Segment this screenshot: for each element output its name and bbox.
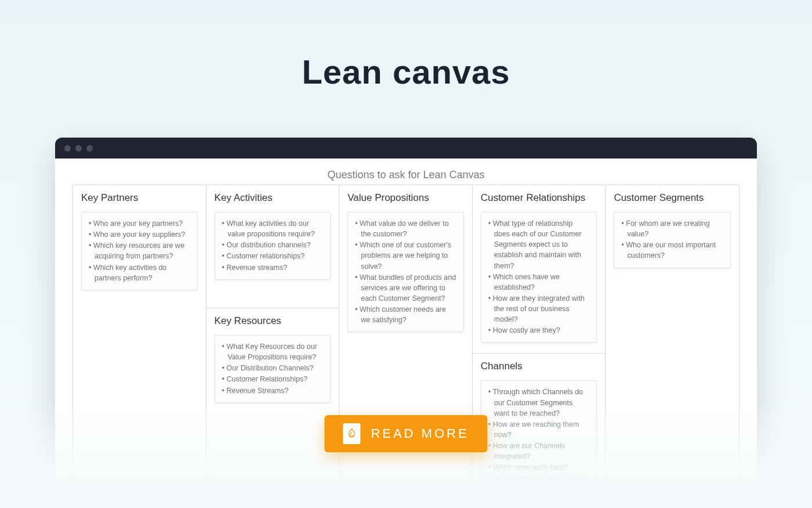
cell-title: Key Resources [215,315,331,327]
list-item: • For whom are we creating value? [621,218,723,239]
read-more-button[interactable]: READ MORE [324,415,487,452]
list-item: • Which ones have we established? [488,272,590,293]
note-key-partners: • Who are your key partners?• Who are yo… [81,212,198,290]
cell-title: Key Partners [81,192,198,204]
list-item: • Our distribution channels? [222,240,324,250]
list-item: • How are our Channels integrated? [488,441,590,462]
read-more-label: READ MORE [371,426,469,441]
list-item: • How are they integrated with the rest … [488,293,590,325]
cell-title: Customer Segments [614,192,731,204]
list-item: • Revenue Streams? [222,385,324,396]
list-item: • Who are our most important customers? [621,240,723,261]
list-item: • Customer relationships? [222,251,324,261]
cell-customer-relationships: Customer Relationships • What type of re… [473,185,606,354]
list-item: • Which ones are most cost-efficient? [488,473,590,494]
list-item: • How are we integrating them with custo… [488,495,590,508]
list-item: • How are we reaching them now? [488,419,590,440]
cell-title: Channels [481,361,597,372]
cell-title: Value Propositions [347,192,464,204]
note-key-resources: • What Key Resources do our Value Propos… [215,335,331,403]
list-item: • Which key resources are we acquiring f… [89,240,190,261]
list-item: • Which key activities do partners perfo… [89,262,190,283]
list-item: • Which ones work best? [488,462,590,473]
cell-key-activities: Key Activities • What key activities do … [206,185,339,308]
window-minimize-dot[interactable] [75,145,82,152]
list-item: • Which one of our customer's problems a… [355,240,456,271]
cell-key-partners: Key Partners • Who are your key partners… [73,185,206,301]
cell-channels: Channels • Through which Channels do our… [473,354,606,508]
note-channels: • Through which Channels do our Customer… [481,380,597,508]
list-item: • What type of relationship does each of… [488,218,590,271]
list-item: • Who are your key partners? [89,218,190,229]
list-item: • How costly are they? [488,325,590,336]
window-maximize-dot[interactable] [86,145,93,152]
list-item: • Which customer needs are we satisfying… [355,304,456,325]
col-activities-resources: Key Activities • What key activities do … [206,185,340,508]
browser-window: Questions to ask for Lean Canvas Key Par… [55,138,757,508]
note-value-propositions: • What value do we deliver to the custom… [347,212,464,332]
list-item: • Our Distribution Channels? [222,363,324,373]
window-content: Questions to ask for Lean Canvas Key Par… [55,158,757,508]
note-customer-relationships: • What type of relationship does each of… [481,212,597,343]
col-key-partners: Key Partners • Who are your key partners… [73,185,206,508]
list-item: • Who are your key suppliers? [89,229,190,240]
col-customer-segments: Customer Segments • For whom are we crea… [606,185,739,508]
col-value-propositions: Value Propositions • What value do we de… [339,185,473,508]
list-item: • Revenue streams? [222,262,324,273]
canvas-top-grid: Key Partners • Who are your key partners… [72,185,740,508]
cell-title: Customer Relationships [481,192,597,204]
list-item: • What bundles of products and services … [355,272,456,304]
note-customer-segments: • For whom are we creating value?• Who a… [614,212,731,268]
list-item: • What Key Resources do our Value Propos… [222,341,324,362]
list-item: • Customer Relationships? [222,374,324,384]
note-key-activities: • What key activities do our value propo… [215,212,331,280]
cell-key-resources: Key Resources • What Key Resources do ou… [206,308,339,413]
canvas-subheading: Questions to ask for Lean Canvas [72,169,740,181]
cell-title: Key Activities [215,192,331,204]
cell-customer-segments: Customer Segments • For whom are we crea… [606,185,739,279]
list-item: • What value do we deliver to the custom… [355,218,456,239]
cell-value-propositions: Value Propositions • What value do we de… [339,185,472,343]
pdf-icon [343,423,360,444]
col-relationships-channels: Customer Relationships • What type of re… [473,185,606,508]
window-close-dot[interactable] [64,145,71,152]
list-item: • What key activities do our value propo… [222,218,324,239]
list-item: • Through which Channels do our Customer… [488,387,590,418]
page-title: Lean canvas [0,52,812,91]
window-titlebar [55,138,757,158]
